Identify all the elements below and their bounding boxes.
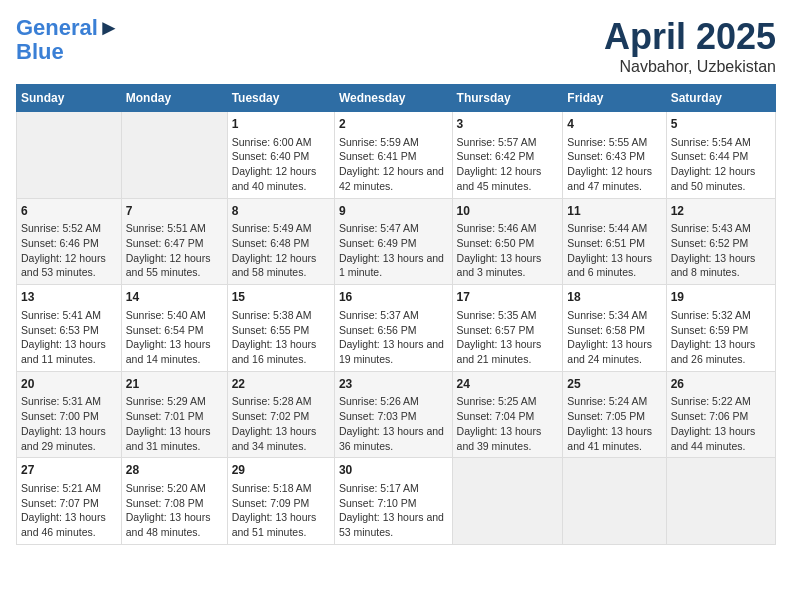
day-number: 9 [339, 203, 448, 220]
cell-content: Sunrise: 5:43 AMSunset: 6:52 PMDaylight:… [671, 221, 771, 280]
calendar-table: Sunday Monday Tuesday Wednesday Thursday… [16, 84, 776, 545]
cell-content: Sunrise: 5:51 AMSunset: 6:47 PMDaylight:… [126, 221, 223, 280]
calendar-cell: 30Sunrise: 5:17 AMSunset: 7:10 PMDayligh… [334, 458, 452, 545]
day-number: 29 [232, 462, 330, 479]
calendar-cell: 8Sunrise: 5:49 AMSunset: 6:48 PMDaylight… [227, 198, 334, 285]
cell-content: Sunrise: 5:41 AMSunset: 6:53 PMDaylight:… [21, 308, 117, 367]
day-number: 13 [21, 289, 117, 306]
calendar-cell: 23Sunrise: 5:26 AMSunset: 7:03 PMDayligh… [334, 371, 452, 458]
calendar-cell: 20Sunrise: 5:31 AMSunset: 7:00 PMDayligh… [17, 371, 122, 458]
calendar-cell: 6Sunrise: 5:52 AMSunset: 6:46 PMDaylight… [17, 198, 122, 285]
day-number: 18 [567, 289, 661, 306]
header-tuesday: Tuesday [227, 85, 334, 112]
calendar-week-1: 1Sunrise: 6:00 AMSunset: 6:40 PMDaylight… [17, 112, 776, 199]
calendar-cell: 5Sunrise: 5:54 AMSunset: 6:44 PMDaylight… [666, 112, 775, 199]
logo-text: General► Blue [16, 16, 120, 64]
header-sunday: Sunday [17, 85, 122, 112]
calendar-cell: 7Sunrise: 5:51 AMSunset: 6:47 PMDaylight… [121, 198, 227, 285]
day-number: 10 [457, 203, 559, 220]
calendar-week-2: 6Sunrise: 5:52 AMSunset: 6:46 PMDaylight… [17, 198, 776, 285]
cell-content: Sunrise: 5:37 AMSunset: 6:56 PMDaylight:… [339, 308, 448, 367]
calendar-cell: 24Sunrise: 5:25 AMSunset: 7:04 PMDayligh… [452, 371, 563, 458]
day-number: 21 [126, 376, 223, 393]
day-number: 17 [457, 289, 559, 306]
day-number: 26 [671, 376, 771, 393]
calendar-cell: 15Sunrise: 5:38 AMSunset: 6:55 PMDayligh… [227, 285, 334, 372]
cell-content: Sunrise: 5:24 AMSunset: 7:05 PMDaylight:… [567, 394, 661, 453]
day-number: 5 [671, 116, 771, 133]
day-number: 11 [567, 203, 661, 220]
cell-content: Sunrise: 5:57 AMSunset: 6:42 PMDaylight:… [457, 135, 559, 194]
cell-content: Sunrise: 5:59 AMSunset: 6:41 PMDaylight:… [339, 135, 448, 194]
day-number: 23 [339, 376, 448, 393]
calendar-cell: 21Sunrise: 5:29 AMSunset: 7:01 PMDayligh… [121, 371, 227, 458]
day-number: 15 [232, 289, 330, 306]
cell-content: Sunrise: 5:25 AMSunset: 7:04 PMDaylight:… [457, 394, 559, 453]
cell-content: Sunrise: 5:35 AMSunset: 6:57 PMDaylight:… [457, 308, 559, 367]
cell-content: Sunrise: 5:52 AMSunset: 6:46 PMDaylight:… [21, 221, 117, 280]
logo: General► Blue [16, 16, 120, 64]
day-number: 27 [21, 462, 117, 479]
cell-content: Sunrise: 5:34 AMSunset: 6:58 PMDaylight:… [567, 308, 661, 367]
calendar-title: April 2025 [604, 16, 776, 58]
calendar-week-5: 27Sunrise: 5:21 AMSunset: 7:07 PMDayligh… [17, 458, 776, 545]
calendar-cell: 16Sunrise: 5:37 AMSunset: 6:56 PMDayligh… [334, 285, 452, 372]
calendar-cell: 3Sunrise: 5:57 AMSunset: 6:42 PMDaylight… [452, 112, 563, 199]
calendar-cell [121, 112, 227, 199]
calendar-cell: 26Sunrise: 5:22 AMSunset: 7:06 PMDayligh… [666, 371, 775, 458]
calendar-cell: 14Sunrise: 5:40 AMSunset: 6:54 PMDayligh… [121, 285, 227, 372]
logo-general: General [16, 15, 98, 40]
calendar-cell: 28Sunrise: 5:20 AMSunset: 7:08 PMDayligh… [121, 458, 227, 545]
day-number: 1 [232, 116, 330, 133]
cell-content: Sunrise: 6:00 AMSunset: 6:40 PMDaylight:… [232, 135, 330, 194]
day-number: 28 [126, 462, 223, 479]
cell-content: Sunrise: 5:20 AMSunset: 7:08 PMDaylight:… [126, 481, 223, 540]
page-header: General► Blue April 2025 Navbahor, Uzbek… [16, 16, 776, 76]
calendar-header-row: Sunday Monday Tuesday Wednesday Thursday… [17, 85, 776, 112]
cell-content: Sunrise: 5:22 AMSunset: 7:06 PMDaylight:… [671, 394, 771, 453]
cell-content: Sunrise: 5:40 AMSunset: 6:54 PMDaylight:… [126, 308, 223, 367]
cell-content: Sunrise: 5:49 AMSunset: 6:48 PMDaylight:… [232, 221, 330, 280]
day-number: 24 [457, 376, 559, 393]
calendar-cell: 1Sunrise: 6:00 AMSunset: 6:40 PMDaylight… [227, 112, 334, 199]
cell-content: Sunrise: 5:55 AMSunset: 6:43 PMDaylight:… [567, 135, 661, 194]
cell-content: Sunrise: 5:26 AMSunset: 7:03 PMDaylight:… [339, 394, 448, 453]
cell-content: Sunrise: 5:17 AMSunset: 7:10 PMDaylight:… [339, 481, 448, 540]
calendar-cell: 25Sunrise: 5:24 AMSunset: 7:05 PMDayligh… [563, 371, 666, 458]
calendar-week-3: 13Sunrise: 5:41 AMSunset: 6:53 PMDayligh… [17, 285, 776, 372]
calendar-cell: 13Sunrise: 5:41 AMSunset: 6:53 PMDayligh… [17, 285, 122, 372]
calendar-cell: 19Sunrise: 5:32 AMSunset: 6:59 PMDayligh… [666, 285, 775, 372]
day-number: 14 [126, 289, 223, 306]
calendar-cell: 10Sunrise: 5:46 AMSunset: 6:50 PMDayligh… [452, 198, 563, 285]
calendar-cell: 27Sunrise: 5:21 AMSunset: 7:07 PMDayligh… [17, 458, 122, 545]
day-number: 4 [567, 116, 661, 133]
calendar-cell: 4Sunrise: 5:55 AMSunset: 6:43 PMDaylight… [563, 112, 666, 199]
day-number: 20 [21, 376, 117, 393]
calendar-cell: 12Sunrise: 5:43 AMSunset: 6:52 PMDayligh… [666, 198, 775, 285]
header-friday: Friday [563, 85, 666, 112]
cell-content: Sunrise: 5:29 AMSunset: 7:01 PMDaylight:… [126, 394, 223, 453]
day-number: 16 [339, 289, 448, 306]
cell-content: Sunrise: 5:54 AMSunset: 6:44 PMDaylight:… [671, 135, 771, 194]
cell-content: Sunrise: 5:18 AMSunset: 7:09 PMDaylight:… [232, 481, 330, 540]
title-area: April 2025 Navbahor, Uzbekistan [604, 16, 776, 76]
day-number: 8 [232, 203, 330, 220]
cell-content: Sunrise: 5:38 AMSunset: 6:55 PMDaylight:… [232, 308, 330, 367]
calendar-cell [17, 112, 122, 199]
calendar-cell [666, 458, 775, 545]
calendar-cell: 29Sunrise: 5:18 AMSunset: 7:09 PMDayligh… [227, 458, 334, 545]
calendar-cell: 17Sunrise: 5:35 AMSunset: 6:57 PMDayligh… [452, 285, 563, 372]
day-number: 22 [232, 376, 330, 393]
calendar-week-4: 20Sunrise: 5:31 AMSunset: 7:00 PMDayligh… [17, 371, 776, 458]
calendar-cell: 18Sunrise: 5:34 AMSunset: 6:58 PMDayligh… [563, 285, 666, 372]
calendar-cell: 2Sunrise: 5:59 AMSunset: 6:41 PMDaylight… [334, 112, 452, 199]
day-number: 7 [126, 203, 223, 220]
calendar-subtitle: Navbahor, Uzbekistan [604, 58, 776, 76]
day-number: 6 [21, 203, 117, 220]
day-number: 2 [339, 116, 448, 133]
day-number: 3 [457, 116, 559, 133]
calendar-cell [452, 458, 563, 545]
logo-blue: Blue [16, 39, 64, 64]
cell-content: Sunrise: 5:47 AMSunset: 6:49 PMDaylight:… [339, 221, 448, 280]
calendar-cell: 9Sunrise: 5:47 AMSunset: 6:49 PMDaylight… [334, 198, 452, 285]
